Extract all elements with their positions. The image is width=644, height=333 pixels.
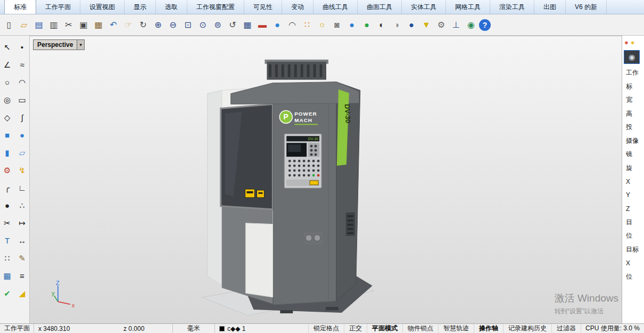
menu-tab[interactable]: 实体工具 (402, 0, 446, 14)
freeform-curve-icon[interactable]: ≈ (15, 58, 29, 71)
filter-funnel-icon[interactable]: ▼ (419, 18, 433, 32)
arc-icon[interactable]: ◠ (15, 75, 29, 89)
light-bulb-icon[interactable]: ○ (315, 18, 329, 32)
menu-tab[interactable]: 渲染工具 (490, 0, 534, 14)
polyline-icon[interactable]: ∠ (1, 58, 14, 71)
lightning-icon[interactable]: ↯ (15, 163, 29, 177)
circle-icon[interactable]: ○ (1, 75, 14, 89)
property-label[interactable]: Y (622, 189, 644, 202)
lock-icon[interactable]: ◙ (330, 18, 344, 32)
undo-icon[interactable]: ↶ (106, 18, 120, 32)
property-label[interactable]: 旋 (622, 161, 644, 175)
viewport-canvas[interactable]: DV-30 P POWER MACH DV-30 (30, 36, 622, 323)
property-label[interactable]: 位 (622, 229, 644, 243)
status-toggle[interactable]: 正交 (344, 324, 367, 333)
zoom-selected-icon[interactable]: ⊙ (196, 18, 210, 32)
sphere-icon[interactable]: ● (15, 128, 29, 142)
status-toggle[interactable]: 操作轴 (474, 324, 503, 333)
pen-icon[interactable]: ✎ (15, 251, 29, 265)
property-label[interactable]: 目 (622, 216, 644, 230)
gears-icon[interactable]: ⚙ (434, 18, 448, 32)
display-sphere-icon[interactable]: ● (270, 18, 284, 32)
zoom-extents-icon[interactable]: ⊚ (211, 18, 225, 32)
xray-sphere-icon[interactable]: ● (404, 18, 418, 32)
property-label[interactable]: Z (622, 202, 644, 216)
menu-tab[interactable]: 可见性 (244, 0, 282, 14)
text-icon[interactable]: T (1, 233, 14, 247)
layer-indicator[interactable]: c◆◆ 1 (215, 325, 279, 332)
car-icon[interactable]: ▬ (255, 18, 269, 32)
property-label[interactable]: 位 (622, 270, 644, 284)
yellow-dot-icon[interactable]: ● (631, 39, 635, 46)
menu-tab[interactable]: 变动 (282, 0, 313, 14)
cplane-button[interactable]: 工作平面 (0, 324, 34, 333)
status-toggle[interactable]: 过滤器 (551, 324, 581, 333)
render-blue-sphere-icon[interactable]: ● (345, 18, 359, 32)
camera-tab[interactable]: ◉ (624, 50, 640, 64)
plane-icon[interactable]: ▱ (15, 145, 29, 159)
menu-tab[interactable]: 选取 (156, 0, 187, 14)
viewport-dropdown-icon[interactable]: ▾ (77, 40, 84, 50)
rectangle-icon[interactable]: ▭ (15, 93, 29, 107)
extend-icon[interactable]: ↦ (15, 216, 29, 230)
cut-icon[interactable]: ✂ (62, 18, 76, 32)
viewport-title[interactable]: Perspective ▾ (33, 39, 85, 50)
menu-tab[interactable]: 工作视窗配置 (187, 0, 244, 14)
viewport-layout-icon[interactable]: ▦ (241, 18, 254, 32)
property-label[interactable]: 镜 (622, 148, 644, 161)
property-label[interactable]: 投 (622, 120, 644, 134)
status-toggle[interactable]: 智慧轨迹 (438, 324, 474, 333)
earth-icon[interactable]: ◉ (464, 18, 478, 32)
gear-solid-icon[interactable]: ⚙ (1, 163, 14, 177)
menu-tab[interactable]: V6 的新 (566, 0, 607, 14)
boolean-icon[interactable]: ● (1, 198, 14, 212)
dimension-icon[interactable]: ↔ (15, 233, 29, 247)
property-label[interactable]: X (622, 256, 644, 270)
zoom-window-icon[interactable]: ⊡ (181, 18, 195, 32)
point-cloud-icon[interactable]: ∷ (300, 18, 314, 32)
pan-hand-icon[interactable]: ☞ (121, 18, 135, 32)
print-icon[interactable]: ▥ (47, 18, 61, 32)
units-label[interactable]: 毫米 (172, 324, 215, 333)
copy-icon[interactable]: ▣ (77, 18, 90, 32)
save-icon[interactable]: ▤ (32, 18, 46, 32)
undo-view-icon[interactable]: ↺ (226, 18, 240, 32)
trim-icon[interactable]: ✂ (1, 216, 14, 230)
check-icon[interactable]: ✔ (1, 286, 14, 300)
property-label[interactable]: 标 (622, 80, 644, 94)
arc-view-icon[interactable]: ◠ (285, 18, 299, 32)
menu-tab[interactable]: 曲线工具 (313, 0, 358, 14)
array-icon[interactable]: ∷ (1, 251, 14, 265)
grid-icon[interactable]: ▦ (1, 269, 14, 282)
new-file-icon[interactable]: ▯ (2, 18, 16, 32)
menu-tab[interactable]: 工作平面 (36, 0, 80, 14)
polygon-icon[interactable]: ◇ (1, 110, 14, 124)
wedge-icon[interactable]: ◢ (15, 286, 29, 300)
menu-tab[interactable]: 显示 (125, 0, 156, 14)
status-toggle[interactable]: 平面模式 (367, 324, 402, 333)
status-toggle[interactable]: 锁定格点 (308, 324, 344, 333)
menu-tab[interactable]: 网格工具 (446, 0, 490, 14)
select-arrow-icon[interactable]: ↖ (1, 40, 14, 54)
zoom-dynamic-icon[interactable]: ⊖ (166, 18, 180, 32)
status-toggle[interactable]: 记录建构历史 (503, 324, 551, 333)
points-on-icon[interactable]: ∴ (15, 198, 29, 212)
property-label[interactable]: 宽 (622, 93, 644, 107)
zoom-icon[interactable]: ⊕ (151, 18, 165, 32)
help-icon[interactable]: ? (479, 19, 491, 31)
box-icon[interactable]: ■ (1, 128, 14, 142)
layers-icon[interactable]: ≡ (15, 269, 29, 282)
property-label[interactable]: 工作 (622, 66, 644, 80)
rotate-view-icon[interactable]: ↻ (136, 18, 150, 32)
paste-icon[interactable]: ▦ (92, 18, 105, 32)
menu-tab[interactable]: 设置视图 (80, 0, 125, 14)
menu-tab[interactable]: 出图 (534, 0, 566, 14)
property-label[interactable]: 摄像 (622, 134, 644, 148)
cylinder-icon[interactable]: ▮ (1, 145, 14, 159)
render-green-sphere-icon[interactable]: ● (360, 18, 374, 32)
cplane-axis-icon[interactable]: ⊥ (449, 18, 463, 32)
chamfer-icon[interactable]: ∟ (15, 181, 29, 194)
property-label[interactable]: 高 (622, 107, 644, 121)
property-label[interactable]: X (622, 175, 644, 189)
fillet-icon[interactable]: ╭ (1, 181, 14, 194)
